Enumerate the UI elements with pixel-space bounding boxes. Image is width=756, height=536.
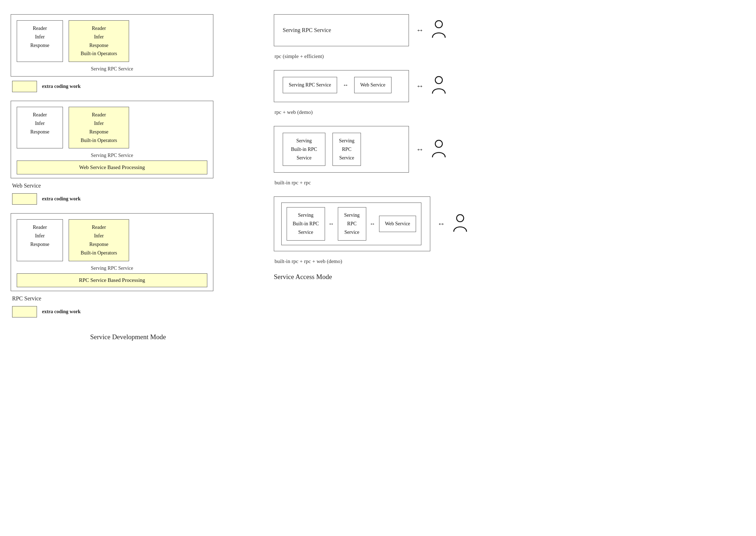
svg-point-0 (435, 21, 442, 28)
access-mode-label: Service Access Mode (274, 273, 745, 281)
svg-point-3 (457, 215, 464, 222)
yellow-box-2: ReaderInferResponseBuilt-in Operators (69, 107, 129, 148)
right-sections: Serving RPC Service ↔ rpc (simple + effi… (274, 14, 745, 264)
access-row-1: Serving RPC Service ↔ (274, 14, 745, 46)
white-box-1: ReaderInferResponse (17, 20, 63, 62)
access-box-2: Serving RPC Service ↔ Web Service (274, 70, 409, 102)
extra-label-1: extra coding work (42, 84, 81, 89)
serving-label-3: Serving RPC Service (17, 264, 207, 272)
access-row-4: ServingBuilt-in RPCService ↔ ServingRPCS… (274, 196, 745, 251)
inner-box-2b: Web Service (354, 77, 392, 93)
rpc-service-outer-label: RPC Service (11, 295, 41, 302)
access-inner-nested: ServingBuilt-in RPCService ↔ ServingRPCS… (281, 203, 421, 245)
rpc-service-bar: RPC Service Based Processing (17, 273, 207, 287)
access-row-2: Serving RPC Service ↔ Web Service ↔ (274, 70, 745, 102)
left-panel: ReaderInferResponse ReaderInferResponseB… (11, 14, 252, 522)
person-4 (452, 214, 468, 234)
dev-section-rpc: ReaderInferResponse ReaderInferResponseB… (11, 14, 245, 94)
access-outer-nested: ServingBuilt-in RPCService ↔ ServingRPCS… (274, 196, 430, 251)
extra-coding-row-1: extra coding work (12, 81, 81, 92)
extra-label-2: extra coding work (42, 196, 81, 202)
white-box-2: ReaderInferResponse (17, 107, 63, 148)
person-2 (431, 76, 447, 97)
person-3 (431, 140, 447, 159)
nested-box-c: Web Service (379, 216, 416, 232)
arrow-2: ↔ (416, 82, 424, 91)
extra-coding-row-3: extra coding work (12, 306, 81, 317)
arrow-3: ↔ (416, 145, 424, 154)
rpc-web-label: rpc + web (demo) (274, 109, 745, 115)
yellow-box-3: ReaderInferResponseBuilt-in Operators (69, 219, 129, 261)
dev-outer-box-1: ReaderInferResponse ReaderInferResponseB… (11, 14, 213, 77)
inner-box-3a: ServingBuilt-in RPCService (283, 133, 325, 166)
arrow-4: ↔ (437, 219, 445, 228)
builtin-rpc-web-label: built-in rpc + rpc + web (demo) (274, 258, 745, 264)
nested-arrow-1: ↔ (329, 221, 334, 227)
arrow-1: ↔ (416, 26, 424, 35)
nested-box-a: ServingBuilt-in RPCService (287, 207, 325, 240)
extra-coding-row-2: extra coding work (12, 193, 81, 205)
builtin-rpc-label: built-in rpc + rpc (274, 180, 745, 186)
right-section-rpc-web: Serving RPC Service ↔ Web Service ↔ (274, 70, 745, 115)
dev-inner-row-2: ReaderInferResponse ReaderInferResponseB… (17, 107, 207, 148)
svg-point-1 (435, 77, 442, 84)
dev-section-web: ReaderInferResponse ReaderInferResponseB… (11, 101, 245, 206)
serving-label-2: Serving RPC Service (17, 151, 207, 159)
svg-point-2 (435, 140, 442, 147)
dev-outer-box-3: ReaderInferResponse ReaderInferResponseB… (11, 213, 213, 291)
right-section-builtin-rpc-web: ServingBuilt-in RPCService ↔ ServingRPCS… (274, 196, 745, 264)
dev-outer-box-2: ReaderInferResponse ReaderInferResponseB… (11, 101, 213, 178)
right-section-builtin-rpc: ServingBuilt-in RPCService ServingRPCSer… (274, 126, 745, 186)
yellow-box-1: ReaderInferResponseBuilt-in Operators (69, 20, 129, 62)
right-section-rpc-simple: Serving RPC Service ↔ rpc (simple + effi… (274, 14, 745, 59)
web-service-bar: Web Service Based Processing (17, 161, 207, 174)
serving-rpc-label-1: Serving RPC Service (283, 27, 331, 33)
access-box-1: Serving RPC Service (274, 14, 409, 46)
rpc-simple-label: rpc (simple + efficient) (274, 53, 745, 59)
inner-row-2: Serving RPC Service ↔ Web Service (283, 77, 400, 93)
right-panel: Serving RPC Service ↔ rpc (simple + effi… (252, 14, 745, 522)
nested-box-b: ServingRPCService (338, 207, 366, 240)
dev-mode-label: Service Development Mode (11, 333, 245, 341)
extra-yellow-box-1 (12, 81, 37, 92)
nested-arrow-2: ↔ (370, 221, 376, 227)
inner-box-2a: Serving RPC Service (283, 77, 337, 93)
web-service-outer-label: Web Service (11, 183, 41, 189)
serving-label-1: Serving RPC Service (17, 65, 207, 73)
white-box-3: ReaderInferResponse (17, 219, 63, 261)
dev-inner-row-1: ReaderInferResponse ReaderInferResponseB… (17, 20, 207, 62)
inner-arrow-2: ↔ (343, 82, 348, 88)
access-row-3: ServingBuilt-in RPCService ServingRPCSer… (274, 126, 745, 173)
dev-section-rpc-based: ReaderInferResponse ReaderInferResponseB… (11, 213, 245, 319)
inner-box-3b: ServingRPCService (332, 133, 361, 166)
dev-inner-row-3: ReaderInferResponse ReaderInferResponseB… (17, 219, 207, 261)
access-box-3: ServingBuilt-in RPCService ServingRPCSer… (274, 126, 409, 173)
person-1 (431, 20, 447, 41)
extra-label-3: extra coding work (42, 309, 81, 315)
extra-yellow-box-3 (12, 306, 37, 317)
extra-yellow-box-2 (12, 193, 37, 205)
